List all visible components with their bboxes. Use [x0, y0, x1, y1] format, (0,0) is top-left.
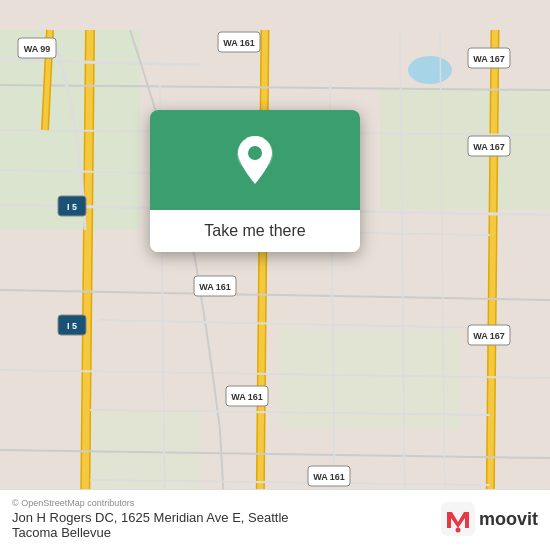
- svg-text:WA 167: WA 167: [473, 331, 505, 341]
- svg-rect-2: [80, 410, 200, 490]
- svg-text:WA 161: WA 161: [313, 472, 345, 482]
- svg-text:WA 161: WA 161: [231, 392, 263, 402]
- popup-card: Take me there: [150, 110, 360, 252]
- bottom-left-content: © OpenStreetMap contributors Jon H Roger…: [12, 498, 289, 540]
- svg-point-26: [248, 146, 262, 160]
- map-container: WA 99 WA 161 WA 167 WA 167 WA 167 WA 161…: [0, 0, 550, 550]
- svg-rect-1: [380, 90, 550, 210]
- svg-point-4: [408, 56, 452, 84]
- svg-text:WA 167: WA 167: [473, 142, 505, 152]
- svg-text:WA 161: WA 161: [223, 38, 255, 48]
- location-pin-icon: [235, 134, 275, 186]
- location-name: Jon H Rogers DC, 1625 Meridian Ave E, Se…: [12, 510, 289, 540]
- svg-text:WA 161: WA 161: [199, 282, 231, 292]
- map-attribution: © OpenStreetMap contributors: [12, 498, 289, 508]
- moovit-text: moovit: [479, 509, 538, 530]
- svg-text:I 5: I 5: [67, 202, 77, 212]
- moovit-icon: [441, 502, 475, 536]
- map-roads: WA 99 WA 161 WA 167 WA 167 WA 167 WA 161…: [0, 0, 550, 550]
- take-me-there-button[interactable]: Take me there: [150, 210, 360, 252]
- svg-text:WA 167: WA 167: [473, 54, 505, 64]
- bottom-bar: © OpenStreetMap contributors Jon H Roger…: [0, 489, 550, 550]
- popup-preview: [150, 110, 360, 210]
- svg-point-28: [455, 528, 460, 533]
- location-name-sub: Tacoma Bellevue: [12, 525, 111, 540]
- moovit-logo: moovit: [441, 502, 538, 536]
- location-name-main: Jon H Rogers DC, 1625 Meridian Ave E, Se…: [12, 510, 289, 525]
- svg-text:WA 99: WA 99: [24, 44, 51, 54]
- svg-text:I 5: I 5: [67, 321, 77, 331]
